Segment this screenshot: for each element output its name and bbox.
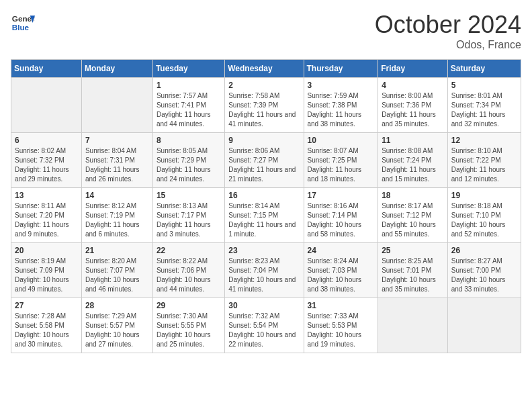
day-info: Sunrise: 8:14 AMSunset: 7:15 PMDaylight:… xyxy=(228,201,300,239)
title-area: October 2024 Odos, France xyxy=(375,11,521,51)
calendar-cell xyxy=(11,78,82,133)
day-info: Sunrise: 8:00 AMSunset: 7:36 PMDaylight:… xyxy=(382,91,444,129)
calendar-cell: 3Sunrise: 7:59 AMSunset: 7:38 PMDaylight… xyxy=(304,78,378,133)
day-info: Sunrise: 8:06 AMSunset: 7:27 PMDaylight:… xyxy=(228,146,300,184)
calendar-cell: 23Sunrise: 8:23 AMSunset: 7:04 PMDayligh… xyxy=(225,243,304,298)
calendar-cell: 2Sunrise: 7:58 AMSunset: 7:39 PMDaylight… xyxy=(225,78,304,133)
calendar-cell: 22Sunrise: 8:22 AMSunset: 7:06 PMDayligh… xyxy=(152,243,224,298)
calendar-cell: 16Sunrise: 8:14 AMSunset: 7:15 PMDayligh… xyxy=(225,188,304,243)
calendar-cell: 25Sunrise: 8:25 AMSunset: 7:01 PMDayligh… xyxy=(378,243,448,298)
month-title: October 2024 xyxy=(375,11,521,39)
day-info: Sunrise: 8:25 AMSunset: 7:01 PMDaylight:… xyxy=(382,257,444,294)
day-number: 14 xyxy=(85,191,149,200)
day-info: Sunrise: 7:30 AMSunset: 5:55 PMDaylight:… xyxy=(157,312,221,349)
day-number: 31 xyxy=(308,301,375,310)
day-info: Sunrise: 7:58 AMSunset: 7:39 PMDaylight:… xyxy=(228,91,300,129)
calendar-cell: 5Sunrise: 8:01 AMSunset: 7:34 PMDaylight… xyxy=(447,78,521,133)
calendar-cell: 20Sunrise: 8:19 AMSunset: 7:09 PMDayligh… xyxy=(11,243,82,298)
day-info: Sunrise: 8:23 AMSunset: 7:04 PMDaylight:… xyxy=(228,257,300,294)
calendar-week-4: 20Sunrise: 8:19 AMSunset: 7:09 PMDayligh… xyxy=(11,243,521,298)
calendar-cell: 10Sunrise: 8:07 AMSunset: 7:25 PMDayligh… xyxy=(304,133,378,188)
day-number: 1 xyxy=(157,81,221,90)
calendar-cell xyxy=(81,78,152,133)
day-number: 30 xyxy=(228,301,300,310)
day-number: 9 xyxy=(228,136,300,145)
col-header-monday: Monday xyxy=(81,60,152,78)
day-info: Sunrise: 8:16 AMSunset: 7:14 PMDaylight:… xyxy=(308,201,375,239)
day-info: Sunrise: 8:08 AMSunset: 7:24 PMDaylight:… xyxy=(382,146,444,184)
day-number: 22 xyxy=(157,246,221,255)
day-info: Sunrise: 8:13 AMSunset: 7:17 PMDaylight:… xyxy=(157,201,221,239)
day-info: Sunrise: 8:20 AMSunset: 7:07 PMDaylight:… xyxy=(85,257,149,294)
day-number: 15 xyxy=(157,191,221,200)
day-number: 5 xyxy=(451,81,517,90)
calendar-cell: 13Sunrise: 8:11 AMSunset: 7:20 PMDayligh… xyxy=(11,188,82,243)
day-number: 26 xyxy=(451,246,517,255)
calendar-cell: 24Sunrise: 8:24 AMSunset: 7:03 PMDayligh… xyxy=(304,243,378,298)
day-info: Sunrise: 7:29 AMSunset: 5:57 PMDaylight:… xyxy=(85,312,149,349)
calendar-cell: 28Sunrise: 7:29 AMSunset: 5:57 PMDayligh… xyxy=(81,298,152,353)
calendar-cell: 7Sunrise: 8:04 AMSunset: 7:31 PMDaylight… xyxy=(81,133,152,188)
day-info: Sunrise: 8:22 AMSunset: 7:06 PMDaylight:… xyxy=(157,257,221,294)
calendar-cell: 27Sunrise: 7:28 AMSunset: 5:58 PMDayligh… xyxy=(11,298,82,353)
day-info: Sunrise: 7:57 AMSunset: 7:41 PMDaylight:… xyxy=(157,91,221,129)
col-header-sunday: Sunday xyxy=(11,60,82,78)
day-info: Sunrise: 8:18 AMSunset: 7:10 PMDaylight:… xyxy=(451,201,517,239)
day-info: Sunrise: 8:27 AMSunset: 7:00 PMDaylight:… xyxy=(451,257,517,294)
calendar-cell: 26Sunrise: 8:27 AMSunset: 7:00 PMDayligh… xyxy=(447,243,521,298)
day-number: 2 xyxy=(228,81,300,90)
calendar-cell: 14Sunrise: 8:12 AMSunset: 7:19 PMDayligh… xyxy=(81,188,152,243)
day-number: 10 xyxy=(308,136,375,145)
svg-text:Blue: Blue xyxy=(12,23,30,32)
calendar-week-1: 1Sunrise: 7:57 AMSunset: 7:41 PMDaylight… xyxy=(11,78,521,133)
calendar-cell: 12Sunrise: 8:10 AMSunset: 7:22 PMDayligh… xyxy=(447,133,521,188)
day-info: Sunrise: 8:02 AMSunset: 7:32 PMDaylight:… xyxy=(15,146,78,184)
day-info: Sunrise: 8:05 AMSunset: 7:29 PMDaylight:… xyxy=(157,146,221,184)
day-number: 29 xyxy=(157,301,221,310)
page-header: General Blue October 2024 Odos, France xyxy=(11,11,521,51)
logo-icon: General Blue xyxy=(11,11,35,35)
calendar-cell: 8Sunrise: 8:05 AMSunset: 7:29 PMDaylight… xyxy=(152,133,224,188)
calendar-cell: 11Sunrise: 8:08 AMSunset: 7:24 PMDayligh… xyxy=(378,133,448,188)
day-info: Sunrise: 8:01 AMSunset: 7:34 PMDaylight:… xyxy=(451,91,517,129)
day-number: 12 xyxy=(451,136,517,145)
day-number: 11 xyxy=(382,136,444,145)
day-number: 7 xyxy=(85,136,149,145)
day-number: 3 xyxy=(308,81,375,90)
calendar-cell: 21Sunrise: 8:20 AMSunset: 7:07 PMDayligh… xyxy=(81,243,152,298)
logo: General Blue xyxy=(11,11,35,35)
day-info: Sunrise: 7:59 AMSunset: 7:38 PMDaylight:… xyxy=(308,91,375,129)
day-info: Sunrise: 7:32 AMSunset: 5:54 PMDaylight:… xyxy=(228,312,300,349)
calendar-cell: 6Sunrise: 8:02 AMSunset: 7:32 PMDaylight… xyxy=(11,133,82,188)
day-number: 6 xyxy=(15,136,78,145)
location: Odos, France xyxy=(375,39,521,51)
day-info: Sunrise: 8:12 AMSunset: 7:19 PMDaylight:… xyxy=(85,201,149,239)
day-info: Sunrise: 8:07 AMSunset: 7:25 PMDaylight:… xyxy=(308,146,375,184)
col-header-friday: Friday xyxy=(378,60,448,78)
col-header-thursday: Thursday xyxy=(304,60,378,78)
day-info: Sunrise: 8:04 AMSunset: 7:31 PMDaylight:… xyxy=(85,146,149,184)
day-number: 18 xyxy=(382,191,444,200)
day-info: Sunrise: 8:19 AMSunset: 7:09 PMDaylight:… xyxy=(15,257,78,294)
day-info: Sunrise: 7:33 AMSunset: 5:53 PMDaylight:… xyxy=(308,312,375,349)
day-info: Sunrise: 8:17 AMSunset: 7:12 PMDaylight:… xyxy=(382,201,444,239)
calendar-cell: 19Sunrise: 8:18 AMSunset: 7:10 PMDayligh… xyxy=(447,188,521,243)
day-number: 28 xyxy=(85,301,149,310)
calendar-cell: 31Sunrise: 7:33 AMSunset: 5:53 PMDayligh… xyxy=(304,298,378,353)
calendar-cell: 1Sunrise: 7:57 AMSunset: 7:41 PMDaylight… xyxy=(152,78,224,133)
calendar-cell: 4Sunrise: 8:00 AMSunset: 7:36 PMDaylight… xyxy=(378,78,448,133)
day-number: 8 xyxy=(157,136,221,145)
day-info: Sunrise: 7:28 AMSunset: 5:58 PMDaylight:… xyxy=(15,312,78,349)
day-number: 23 xyxy=(228,246,300,255)
day-number: 16 xyxy=(228,191,300,200)
day-number: 13 xyxy=(15,191,78,200)
calendar-cell xyxy=(378,298,448,353)
day-number: 4 xyxy=(382,81,444,90)
day-number: 24 xyxy=(308,246,375,255)
calendar-cell: 30Sunrise: 7:32 AMSunset: 5:54 PMDayligh… xyxy=(225,298,304,353)
day-number: 19 xyxy=(451,191,517,200)
col-header-saturday: Saturday xyxy=(447,60,521,78)
day-number: 17 xyxy=(308,191,375,200)
day-number: 27 xyxy=(15,301,78,310)
day-number: 25 xyxy=(382,246,444,255)
